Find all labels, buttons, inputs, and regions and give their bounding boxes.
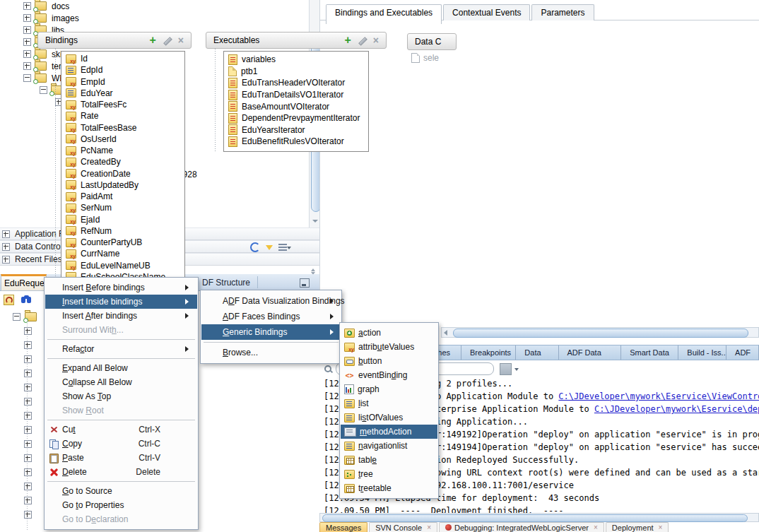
- log-options-button[interactable]: [500, 363, 512, 375]
- tree-node[interactable]: [24, 437, 35, 451]
- freeze-view-icon[interactable]: [4, 295, 14, 305]
- menu-item[interactable]: Surround With...: [45, 323, 197, 337]
- bottom-tab[interactable]: Messages: [319, 522, 367, 532]
- menu-item[interactable]: Copy Ctrl-C: [45, 437, 197, 451]
- menu-item[interactable]: list: [341, 396, 437, 410]
- menu-item[interactable]: listOfValues: [341, 410, 437, 425]
- add-executable-button[interactable]: +: [344, 35, 351, 45]
- tree-node[interactable]: [24, 451, 35, 465]
- tree-node[interactable]: [24, 422, 35, 437]
- expander-icon[interactable]: [24, 511, 32, 519]
- bottom-tab[interactable]: SVN Console ×: [369, 522, 437, 532]
- binding-item[interactable]: PcName: [61, 145, 184, 156]
- editor-tab[interactable]: Parameters: [531, 4, 594, 20]
- binding-item[interactable]: CreatedBy: [61, 156, 184, 167]
- filter-icon[interactable]: [266, 245, 273, 250]
- expand-icon[interactable]: [2, 243, 10, 251]
- binding-item[interactable]: Rate: [61, 110, 184, 122]
- add-binding-button[interactable]: +: [149, 35, 155, 45]
- chevron-down-icon[interactable]: [514, 368, 519, 373]
- binding-item[interactable]: CurrName: [61, 248, 184, 259]
- bindings-hscrollbar[interactable]: [441, 327, 759, 338]
- expander-icon[interactable]: [24, 468, 32, 476]
- tree-node[interactable]: [24, 394, 35, 408]
- expander-icon[interactable]: [24, 327, 32, 335]
- scrollbar-thumb[interactable]: [453, 329, 748, 338]
- menu-item[interactable]: button: [341, 354, 437, 368]
- close-icon[interactable]: ×: [594, 524, 598, 531]
- binding-item[interactable]: EduLevelNameUB: [61, 260, 184, 271]
- editor-tab[interactable]: Contextual Events: [443, 4, 530, 20]
- executable-item[interactable]: variables: [224, 54, 368, 66]
- menu-item[interactable]: Insert Before bindings: [45, 280, 197, 295]
- menu-item[interactable]: ADF Data Visualization Bindings: [201, 293, 341, 309]
- tree-node[interactable]: [24, 479, 35, 493]
- menu-item[interactable]: table: [341, 453, 437, 467]
- expander-icon[interactable]: [24, 384, 32, 391]
- refresh-icon[interactable]: [250, 242, 260, 252]
- scroll-left-arrow-icon[interactable]: [444, 330, 447, 336]
- menu-item[interactable]: eventBinding: [341, 368, 437, 382]
- expander-icon[interactable]: [24, 370, 32, 377]
- binding-item[interactable]: Id: [61, 53, 184, 64]
- binding-item[interactable]: EdpId: [61, 64, 184, 76]
- tree-node[interactable]: [24, 380, 35, 394]
- expander-icon[interactable]: [23, 14, 31, 22]
- menu-item[interactable]: Go to Properties: [45, 498, 197, 512]
- menu-item[interactable]: Generic Bindings: [201, 324, 341, 340]
- view-menu-button[interactable]: [278, 244, 291, 252]
- structure-root-node[interactable]: [13, 312, 37, 321]
- menu-item[interactable]: Collapse All Below: [45, 375, 197, 389]
- log-path-link[interactable]: C:\JDeveloper\mywork\Eservice\deploy: [594, 404, 759, 414]
- bottom-tab[interactable]: Deployment ×: [606, 522, 669, 532]
- scroll-down-arrow-icon[interactable]: [312, 220, 318, 225]
- expander-icon[interactable]: [23, 38, 31, 46]
- tree-node[interactable]: [24, 408, 35, 422]
- expander-icon[interactable]: [24, 398, 32, 406]
- executable-item[interactable]: EduYearsIterator: [224, 124, 368, 136]
- tree-node[interactable]: [24, 366, 35, 380]
- executable-item[interactable]: BaseAmountVOIterator: [224, 100, 368, 112]
- menu-item[interactable]: Show Root: [45, 403, 197, 418]
- edit-binding-button[interactable]: [163, 36, 172, 45]
- binding-item[interactable]: SerNum: [61, 202, 184, 213]
- menu-item[interactable]: Cut Ctrl-X: [45, 422, 197, 437]
- debugger-tab[interactable]: Breakpoints: [461, 345, 516, 360]
- tree-row[interactable]: docs: [0, 0, 309, 12]
- menu-item[interactable]: navigationlist: [341, 439, 437, 453]
- menu-item[interactable]: Insert Inside bindings: [45, 295, 197, 309]
- binding-item[interactable]: PaidAmt: [61, 191, 184, 202]
- binding-item[interactable]: EjaId: [61, 214, 184, 225]
- expander-icon[interactable]: [23, 62, 31, 70]
- tree-node[interactable]: [24, 507, 35, 521]
- editor-tab[interactable]: Bindings and Executables: [326, 4, 442, 24]
- expander-icon[interactable]: [23, 74, 31, 82]
- expander-icon[interactable]: [24, 412, 32, 420]
- menu-item[interactable]: Go to Source: [45, 484, 197, 498]
- delete-executable-button[interactable]: ×: [373, 35, 379, 46]
- binding-item[interactable]: LastUpdatedBy: [61, 179, 184, 191]
- tree-node[interactable]: [24, 324, 35, 338]
- expander-icon[interactable]: [24, 426, 32, 434]
- structure-tab-edurequest[interactable]: EduReque: [1, 274, 47, 291]
- executable-item[interactable]: ptb1: [224, 66, 368, 78]
- expander-icon[interactable]: [23, 2, 31, 10]
- scrollbar-thumb[interactable]: [322, 514, 748, 522]
- menu-item[interactable]: attributeValues: [341, 340, 437, 354]
- menu-item[interactable]: Go to Declaration: [45, 512, 197, 526]
- menu-item[interactable]: Insert After bindings: [45, 309, 197, 323]
- menu-item[interactable]: Refactor: [45, 342, 197, 356]
- menu-item[interactable]: Browse...: [201, 345, 341, 360]
- expander-icon[interactable]: [24, 341, 32, 349]
- log-hscrollbar[interactable]: [319, 513, 759, 522]
- debugger-tab[interactable]: ADF: [726, 345, 759, 360]
- expander-icon[interactable]: [23, 50, 31, 58]
- binding-item[interactable]: RefNum: [61, 225, 184, 237]
- menu-item[interactable]: Delete Delete: [45, 465, 197, 479]
- menu-item[interactable]: Show As Top: [45, 389, 197, 403]
- menu-item[interactable]: action: [341, 326, 437, 340]
- tree-row[interactable]: images: [0, 12, 309, 24]
- menu-item[interactable]: treetable: [341, 481, 437, 495]
- bottom-tab[interactable]: Debugging: IntegratedWebLogicServer ×: [439, 522, 604, 532]
- tree-node[interactable]: [24, 493, 35, 507]
